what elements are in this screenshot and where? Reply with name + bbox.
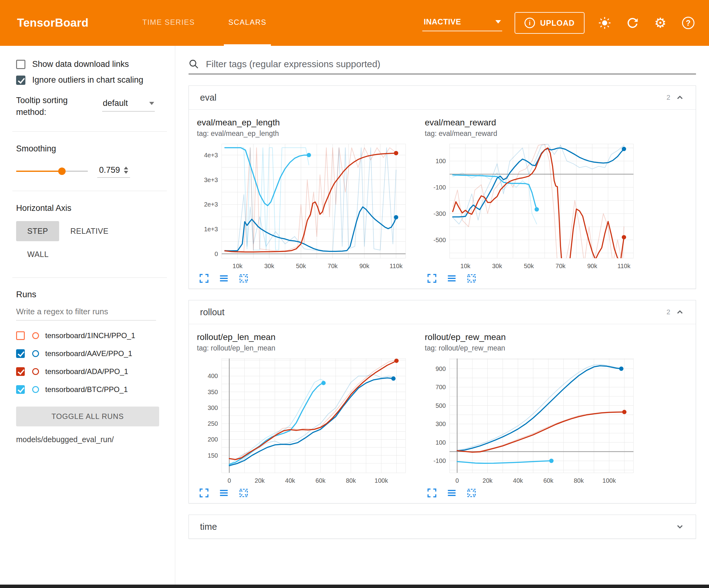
chart-tag: tag: eval/mean_reward <box>425 129 638 138</box>
fit-domain-icon[interactable] <box>466 488 477 498</box>
run-checkbox[interactable] <box>16 385 25 394</box>
svg-text:70k: 70k <box>327 262 338 270</box>
fit-domain-icon[interactable] <box>466 273 477 284</box>
section-eval-body: eval/mean_ep_length tag: eval/mean_ep_le… <box>189 109 696 288</box>
chevron-down-icon[interactable] <box>675 522 685 531</box>
tooltip-sorting-row: Tooltip sorting method: default <box>16 95 164 118</box>
settings-gear-icon[interactable]: ⚙ <box>653 15 668 31</box>
runs-filter-input[interactable] <box>16 304 156 321</box>
tag-filter-bar <box>188 59 696 74</box>
line-chart[interactable]: 10k30k50k70k90k110k100-100-300-500 <box>425 140 638 272</box>
svg-text:300: 300 <box>208 404 218 411</box>
chart-title: rollout/ep_rew_mean <box>425 332 638 342</box>
svg-text:20k: 20k <box>255 477 265 484</box>
section-rollout: rollout 2 rollout/ep_len_mean tag: rollo… <box>188 300 696 504</box>
run-name: tensorboard/AAVE/PPO_1 <box>45 349 132 358</box>
toggle-all-runs-button[interactable]: TOGGLE ALL RUNS <box>16 407 159 426</box>
axis-wall-button[interactable]: WALL <box>16 244 60 264</box>
svg-text:700: 700 <box>436 384 446 390</box>
chart-rollout-ep-rew-mean: rollout/ep_rew_mean tag: rollout/ep_rew_… <box>425 332 638 498</box>
status-dropdown[interactable]: INACTIVE <box>422 15 502 31</box>
svg-text:3e+3: 3e+3 <box>204 177 218 183</box>
upload-button[interactable]: i UPLOAD <box>515 12 584 34</box>
smoothing-slider[interactable] <box>16 167 88 176</box>
run-name: tensorboard/ADA/PPO_1 <box>45 367 128 376</box>
data-table-icon[interactable] <box>446 273 457 284</box>
svg-text:100: 100 <box>436 158 446 164</box>
expand-chart-icon[interactable] <box>199 488 209 498</box>
svg-text:150: 150 <box>208 452 218 459</box>
search-icon <box>188 59 199 69</box>
svg-text:-500: -500 <box>434 236 446 244</box>
svg-text:30k: 30k <box>492 262 502 270</box>
run-row-btc[interactable]: tensorboard/BTC/PPO_1 <box>16 381 164 399</box>
svg-text:400: 400 <box>208 373 218 379</box>
data-table-icon[interactable] <box>218 488 229 498</box>
svg-text:40k: 40k <box>285 477 295 484</box>
show-download-links-checkbox[interactable] <box>16 60 25 69</box>
header-actions: INACTIVE i UPLOAD ⚙ ? <box>422 0 696 46</box>
chart-toolbar <box>197 488 411 498</box>
help-icon[interactable]: ? <box>681 15 696 31</box>
scalars-dashboard: eval 2 eval/mean_ep_length tag: eval/mea… <box>176 46 709 585</box>
smoothing-slider-thumb[interactable] <box>58 168 65 175</box>
smoothing-label: Smoothing <box>16 144 164 154</box>
section-rollout-body: rollout/ep_len_mean tag: rollout/ep_len_… <box>189 324 696 503</box>
svg-text:100: 100 <box>436 439 446 446</box>
chevron-up-icon[interactable] <box>675 93 685 102</box>
run-name: tensorboard/BTC/PPO_1 <box>45 385 128 394</box>
run-row-aave[interactable]: tensorboard/AAVE/PPO_1 <box>16 344 164 363</box>
divider <box>12 131 167 132</box>
svg-text:4e+3: 4e+3 <box>204 152 218 158</box>
show-download-links-label: Show data download links <box>32 59 129 69</box>
svg-text:900: 900 <box>436 365 446 372</box>
svg-text:500: 500 <box>436 402 446 409</box>
top-nav: TIME SERIES SCALARS <box>138 0 296 46</box>
tab-scalars[interactable]: SCALARS <box>224 0 270 46</box>
svg-text:90k: 90k <box>587 262 598 270</box>
section-eval: eval 2 eval/mean_ep_length tag: eval/mea… <box>188 85 696 289</box>
smoothing-value-input[interactable]: 0.759 <box>97 165 130 178</box>
run-checkbox[interactable] <box>16 331 25 340</box>
axis-relative-button[interactable]: RELATIVE <box>59 221 120 241</box>
line-chart[interactable]: 020k40k60k80k100k-100100300500700900 <box>425 355 638 486</box>
ignore-outliers-checkbox[interactable] <box>16 76 25 85</box>
svg-text:0: 0 <box>228 477 231 484</box>
ignore-outliers-label: Ignore outliers in chart scaling <box>32 75 143 85</box>
run-color-circle <box>32 332 39 339</box>
svg-text:-300: -300 <box>434 210 446 217</box>
expand-chart-icon[interactable] <box>199 273 209 284</box>
refresh-icon[interactable] <box>625 15 640 31</box>
tab-time-series[interactable]: TIME SERIES <box>138 0 200 46</box>
run-checkbox[interactable] <box>16 367 25 376</box>
line-chart[interactable]: 020k40k60k80k100k150200250300350400 <box>197 355 411 486</box>
brightness-icon[interactable] <box>597 15 612 31</box>
svg-text:-100: -100 <box>434 457 446 464</box>
section-time-header[interactable]: time <box>189 515 696 538</box>
axis-step-button[interactable]: STEP <box>16 221 59 241</box>
data-table-icon[interactable] <box>446 488 457 498</box>
run-color-circle <box>32 386 39 393</box>
tooltip-sorting-select[interactable]: default <box>102 97 155 111</box>
expand-chart-icon[interactable] <box>427 488 437 498</box>
bottom-strip <box>0 585 709 588</box>
run-row-1inch[interactable]: tensorboard/1INCH/PPO_1 <box>16 327 164 344</box>
app-title: TensorBoard <box>17 17 88 29</box>
chevron-up-icon[interactable] <box>675 307 685 317</box>
section-eval-header[interactable]: eval 2 <box>189 86 696 109</box>
run-checkbox[interactable] <box>16 349 25 358</box>
show-download-links-row[interactable]: Show data download links <box>16 59 164 69</box>
run-row-ada[interactable]: tensorboard/ADA/PPO_1 <box>16 363 164 381</box>
expand-chart-icon[interactable] <box>427 273 437 284</box>
fit-domain-icon[interactable] <box>238 488 249 498</box>
ignore-outliers-row[interactable]: Ignore outliers in chart scaling <box>16 75 164 85</box>
section-title: rollout <box>200 307 225 317</box>
stepper-arrows-icon[interactable] <box>124 167 128 174</box>
svg-text:0: 0 <box>455 477 459 484</box>
fit-domain-icon[interactable] <box>238 273 249 284</box>
section-count: 2 <box>666 308 670 316</box>
section-rollout-header[interactable]: rollout 2 <box>189 300 696 324</box>
line-chart[interactable]: 10k30k50k70k90k110k01e+32e+33e+34e+3 <box>197 140 411 272</box>
tag-filter-input[interactable] <box>206 59 696 69</box>
data-table-icon[interactable] <box>218 273 229 284</box>
